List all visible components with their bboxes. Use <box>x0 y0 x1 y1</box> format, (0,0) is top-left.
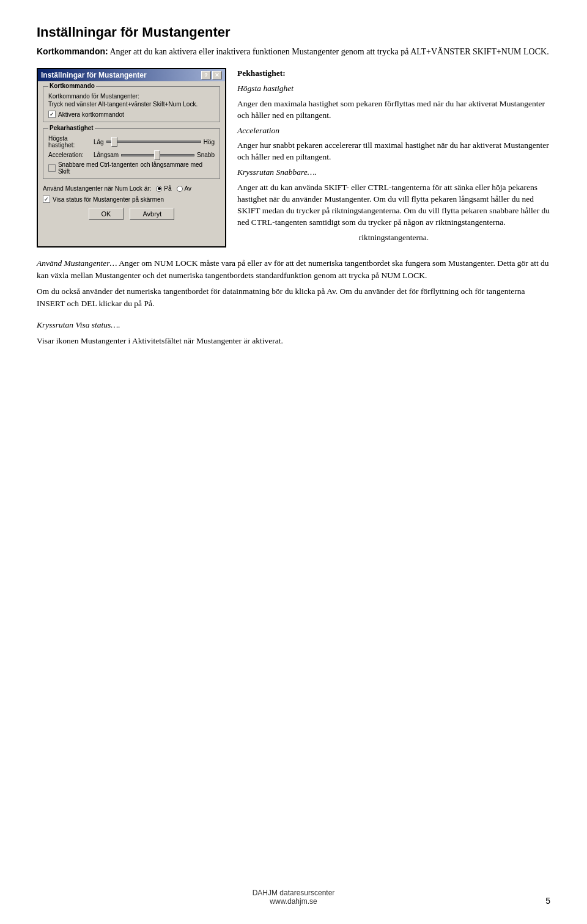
snabbare-label: Snabbare med Ctrl-tangenten och långsamm… <box>58 161 215 175</box>
intro-paragraph: Kortkommandon: Anger att du kan aktivera… <box>37 46 550 57</box>
kortkommando-checkbox-row[interactable]: ✓ Aktivera kortkommandot <box>48 111 215 118</box>
help-button[interactable]: ? <box>201 71 211 79</box>
radio-off[interactable] <box>177 186 183 192</box>
visa-label: Visa status för Mustangenter på skärmen <box>53 196 164 203</box>
pekhastighet-heading: Pekhastighet: <box>237 68 550 79</box>
dialog-body: Kortkommando Kortkommando för Mustangent… <box>38 81 225 225</box>
slider2-thumb[interactable] <box>154 150 160 160</box>
acceleration-desc: Anger hur snabbt pekaren accelererar til… <box>237 140 550 163</box>
kryssrutan-visa-title: Kryssrutan Visa status…. <box>37 320 120 329</box>
slider2-row: Acceleration: Långsam Snabb <box>48 152 215 158</box>
dialog-titlebar-buttons: ? ✕ <box>201 71 222 79</box>
slider2-right-label: Snabb <box>197 152 215 158</box>
visa-checkbox[interactable]: ✓ <box>43 196 50 203</box>
content-area: Inställningar för Mustangenter ? ✕ Kortk… <box>37 68 550 248</box>
ok-button[interactable]: OK <box>89 208 124 220</box>
hogsta-heading: Högsta hastighet <box>237 83 550 95</box>
kortkommando-checkbox[interactable]: ✓ <box>48 111 56 118</box>
kryssrutan-visa-section: Kryssrutan Visa status…. Visar ikonen Mu… <box>37 319 550 348</box>
slider1-row: Högsta hastighet: Låg Hög <box>48 135 215 148</box>
snabbare-checkbox-row[interactable]: Snabbare med Ctrl-tangenten och långsamm… <box>48 161 215 175</box>
intro-bold: Kortkommandon: <box>37 46 108 56</box>
radio-on-group[interactable]: På <box>156 185 171 192</box>
snabbare-checkbox[interactable] <box>48 164 56 172</box>
numlock-label: Använd Mustangenter när Num Lock är: <box>43 185 151 192</box>
dialog-titlebar: Inställningar för Mustangenter ? ✕ <box>38 69 225 81</box>
slider1-right-label: Hög <box>204 139 215 145</box>
kryssrutan-title: Kryssrutan Snabbare…. <box>237 167 317 177</box>
kortkommando-label: Kortkommando <box>48 82 96 89</box>
anvand-heading: Använd Mustangenter… Anger om NUM LOCK m… <box>37 257 550 282</box>
dialog-window: Inställningar för Mustangenter ? ✕ Kortk… <box>37 68 226 248</box>
slider1-track[interactable] <box>106 141 201 143</box>
slider2-label: Acceleration: <box>48 152 91 158</box>
slider1-track-area: Låg Hög <box>94 139 215 145</box>
radio-off-group[interactable]: Av <box>177 185 192 192</box>
hogsta-title: Högsta hastighet <box>237 84 294 93</box>
kryssrutan-visa-heading: Kryssrutan Visa status…. <box>37 319 550 331</box>
pekarhastighet-label: Pekarhastighet <box>48 125 95 131</box>
bottom-text-area: Använd Mustangenter… Anger om NUM LOCK m… <box>37 257 550 348</box>
pekhastighet-title: Pekhastighet: <box>237 68 286 78</box>
footer-website: www.dahjm.se <box>0 897 587 906</box>
kortkommando-checkbox-label: Aktivera kortkommandot <box>58 111 124 118</box>
right-text-panel: Pekhastighet: Högsta hastighet Anger den… <box>237 68 550 248</box>
riktningstangenterna: riktningstangenterna. <box>237 232 550 244</box>
cancel-button[interactable]: Avbryt <box>130 208 174 220</box>
slider1-left-label: Låg <box>94 139 104 145</box>
bottom1: Om du också använder det numeriska tange… <box>37 285 550 310</box>
kryssrutan-heading: Kryssrutan Snabbare…. <box>237 167 550 178</box>
page-title: Inställningar för Mustangenter <box>37 24 550 40</box>
visa-row[interactable]: ✓ Visa status för Mustangenter på skärme… <box>43 196 220 203</box>
slider2-track[interactable] <box>121 154 194 156</box>
dialog-buttons: OK Avbryt <box>43 208 220 220</box>
footer: DAHJM dataresurscenter www.dahjm.se <box>0 889 587 906</box>
radio-on-label: På <box>164 185 171 192</box>
radio-off-label: Av <box>185 185 192 192</box>
page-number: 5 <box>545 896 550 906</box>
footer-company: DAHJM dataresurscenter <box>0 889 587 897</box>
acceleration-heading: Acceleration <box>237 125 550 137</box>
intro-body: Anger att du kan aktivera eller inaktive… <box>109 47 548 56</box>
slider1-thumb[interactable] <box>111 137 117 147</box>
slider1-label: Högsta hastighet: <box>48 135 91 148</box>
numlock-row: Använd Mustangenter när Num Lock är: På … <box>43 185 220 192</box>
slider2-track-area: Långsam Snabb <box>94 152 215 158</box>
dialog-title-text: Inställningar för Mustangenter <box>41 71 201 79</box>
slider2-left-label: Långsam <box>94 152 119 158</box>
radio-on[interactable] <box>156 186 162 192</box>
kryssrutan-visa-desc: Visar ikonen Mustangenter i Aktivitetsfä… <box>37 335 550 347</box>
acceleration-title: Acceleration <box>237 126 279 135</box>
anvand-title: Använd Mustangenter… <box>37 258 117 268</box>
kortkommando-desc1: Kortkommando för Mustangenter: <box>48 93 215 100</box>
kortkommando-desc2: Tryck ned vänster Alt-tangent+vänster Sk… <box>48 101 215 108</box>
close-button[interactable]: ✕ <box>212 71 222 79</box>
hogsta-desc: Anger den maximala hastighet som pekaren… <box>237 98 550 122</box>
kryssrutan-desc: Anger att du kan använda SKIFT- eller CT… <box>237 182 550 229</box>
